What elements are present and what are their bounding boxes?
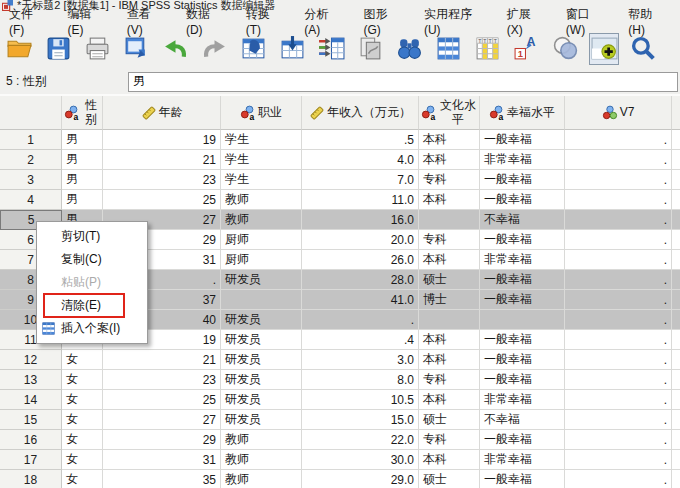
- save-button[interactable]: [43, 33, 73, 65]
- cell[interactable]: 女: [62, 390, 103, 410]
- cell[interactable]: 一般幸福: [480, 270, 565, 290]
- cell[interactable]: 19: [103, 130, 221, 150]
- cell[interactable]: 11.0: [302, 190, 419, 210]
- find-button[interactable]: [394, 33, 424, 65]
- value-labels-button[interactable]: 1A: [511, 33, 541, 65]
- cell[interactable]: .: [302, 310, 419, 330]
- cell[interactable]: 一般幸福: [480, 170, 565, 190]
- cell[interactable]: 研发员: [221, 410, 302, 430]
- cell[interactable]: 29: [103, 430, 221, 450]
- show-all-variables-button[interactable]: [589, 33, 619, 65]
- cell[interactable]: .: [565, 150, 672, 170]
- row-header-14[interactable]: 14: [0, 390, 62, 410]
- open-data-button[interactable]: [4, 33, 34, 65]
- cell[interactable]: 23: [103, 170, 221, 190]
- cell[interactable]: .: [565, 170, 672, 190]
- cell[interactable]: 26.0: [302, 250, 419, 270]
- cell[interactable]: 一般幸福: [480, 470, 565, 488]
- cell[interactable]: 女: [62, 430, 103, 450]
- cell[interactable]: 20.0: [302, 230, 419, 250]
- variable-sets-button[interactable]: [550, 33, 580, 65]
- cell[interactable]: 专科: [419, 170, 480, 190]
- cell[interactable]: .: [565, 250, 672, 270]
- goto-case-button[interactable]: [238, 33, 268, 65]
- column-header-年龄[interactable]: 年龄: [103, 96, 221, 130]
- cell[interactable]: .: [565, 350, 672, 370]
- cell[interactable]: .5: [302, 130, 419, 150]
- cell[interactable]: 41.0: [302, 290, 419, 310]
- cell[interactable]: 不幸福: [480, 410, 565, 430]
- column-header-职业[interactable]: a职业: [221, 96, 302, 130]
- cell[interactable]: 专科: [419, 370, 480, 390]
- cell[interactable]: 女: [62, 410, 103, 430]
- cell[interactable]: 教师: [221, 430, 302, 450]
- cell[interactable]: 研发员: [221, 390, 302, 410]
- cell[interactable]: 专科: [419, 430, 480, 450]
- cell[interactable]: 研发员: [221, 370, 302, 390]
- cell[interactable]: 31: [103, 450, 221, 470]
- cell[interactable]: .4: [302, 330, 419, 350]
- row-header-18[interactable]: 18: [0, 470, 62, 488]
- cell[interactable]: .: [565, 210, 672, 230]
- cell[interactable]: 博士: [419, 290, 480, 310]
- cell[interactable]: 本科: [419, 150, 480, 170]
- cell[interactable]: 15.0: [302, 410, 419, 430]
- row-header-2[interactable]: 2: [0, 150, 62, 170]
- cell[interactable]: .: [565, 370, 672, 390]
- cell[interactable]: 女: [62, 470, 103, 488]
- column-header-性别[interactable]: a性别: [62, 96, 103, 130]
- context-menu-item[interactable]: 插入个案(I): [37, 317, 147, 340]
- row-header-16[interactable]: 16: [0, 430, 62, 450]
- cell[interactable]: 一般幸福: [480, 230, 565, 250]
- cell[interactable]: [419, 210, 480, 230]
- cell[interactable]: 研发员: [221, 270, 302, 290]
- cell[interactable]: 本科: [419, 450, 480, 470]
- goto-variable-button[interactable]: [277, 33, 307, 65]
- row-header-12[interactable]: 12: [0, 350, 62, 370]
- cell[interactable]: 一般幸福: [480, 430, 565, 450]
- cell[interactable]: 一般幸福: [480, 370, 565, 390]
- cell[interactable]: 教师: [221, 470, 302, 488]
- cell[interactable]: .: [565, 310, 672, 330]
- cell[interactable]: 厨师: [221, 230, 302, 250]
- cell[interactable]: .: [565, 390, 672, 410]
- cell[interactable]: 学生: [221, 130, 302, 150]
- cell[interactable]: 本科: [419, 250, 480, 270]
- descriptives-button[interactable]: [355, 33, 385, 65]
- cell[interactable]: 一般幸福: [480, 130, 565, 150]
- cell[interactable]: 研发员: [221, 310, 302, 330]
- cell[interactable]: 男: [62, 130, 103, 150]
- cell[interactable]: 男: [62, 190, 103, 210]
- cell[interactable]: 非常幸福: [480, 250, 565, 270]
- cell[interactable]: 16.0: [302, 210, 419, 230]
- context-menu-item[interactable]: 剪切(T): [37, 225, 147, 248]
- cell[interactable]: .: [565, 450, 672, 470]
- cell[interactable]: 本科: [419, 190, 480, 210]
- undo-button[interactable]: [160, 33, 190, 65]
- cell[interactable]: 一般幸福: [480, 290, 565, 310]
- cell[interactable]: .: [565, 470, 672, 488]
- cell[interactable]: 22.0: [302, 430, 419, 450]
- column-header-年收入（万元）[interactable]: 年收入（万元）: [302, 96, 419, 130]
- cell[interactable]: [419, 310, 480, 330]
- cell[interactable]: 女: [62, 350, 103, 370]
- cell[interactable]: 25: [103, 390, 221, 410]
- redo-button[interactable]: [199, 33, 229, 65]
- cell[interactable]: 本科: [419, 350, 480, 370]
- cell[interactable]: .: [565, 230, 672, 250]
- print-button[interactable]: [82, 33, 112, 65]
- cell[interactable]: 女: [62, 450, 103, 470]
- cell[interactable]: 35: [103, 470, 221, 488]
- cell[interactable]: 28.0: [302, 270, 419, 290]
- cell[interactable]: [480, 310, 565, 330]
- cell[interactable]: 男: [62, 150, 103, 170]
- variables-button[interactable]: [316, 33, 346, 65]
- column-header-幸福水平[interactable]: a幸福水平: [480, 96, 565, 130]
- cell-editor-input[interactable]: [128, 72, 678, 92]
- row-header-4[interactable]: 4: [0, 190, 62, 210]
- cell[interactable]: 30.0: [302, 450, 419, 470]
- cell[interactable]: 教师: [221, 210, 302, 230]
- cell[interactable]: 本科: [419, 130, 480, 150]
- insert-case-button[interactable]: [433, 33, 463, 65]
- cell[interactable]: 10.5: [302, 390, 419, 410]
